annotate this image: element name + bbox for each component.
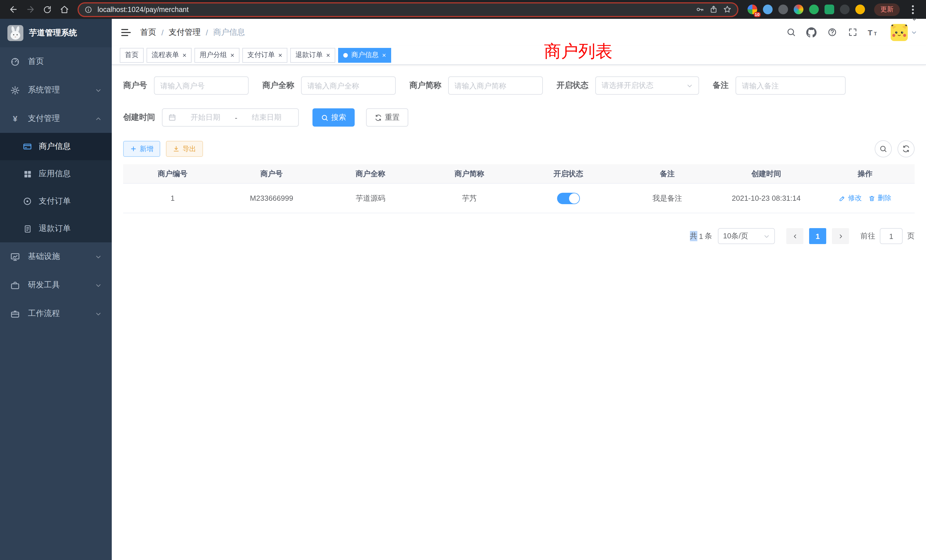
close-icon[interactable]: × (230, 51, 235, 59)
tags-bar: 首页 流程表单 × 用户分组 × 支付订单 × 退款订单 × (112, 45, 926, 65)
sidebar-item-dev-tools[interactable]: 研发工具 (0, 271, 112, 300)
browser-menu-icon[interactable] (905, 2, 920, 17)
next-page-button[interactable] (832, 228, 849, 244)
page-content: 商户号 商户全称 商户简称 (112, 65, 926, 560)
sidebar-item-label: 首页 (28, 56, 44, 67)
prev-page-button[interactable] (786, 228, 803, 244)
tag-process-form[interactable]: 流程表单 × (147, 48, 192, 62)
close-icon[interactable]: × (278, 51, 282, 59)
column-header: 商户简称 (420, 168, 519, 179)
short-name-input[interactable] (454, 81, 537, 90)
extension-icon-color-wheel[interactable] (794, 5, 803, 14)
github-icon[interactable] (803, 24, 820, 41)
tag-payment-order[interactable]: 支付订单 × (242, 48, 287, 62)
sidebar-subitem-label: 商户信息 (39, 141, 71, 152)
close-icon[interactable]: × (183, 51, 186, 59)
status-toggle[interactable] (557, 192, 580, 204)
back-icon[interactable] (6, 2, 21, 17)
url-bar[interactable]: localhost:1024/pay/merchant (77, 2, 738, 17)
status-select-placeholder: 请选择开启状态 (602, 80, 654, 91)
export-button[interactable]: 导出 (166, 141, 203, 157)
search-icon[interactable] (782, 24, 799, 41)
refresh-button[interactable] (897, 140, 915, 157)
app-logo[interactable]: 芋道管理系统 (0, 19, 112, 47)
site-info-icon[interactable] (85, 5, 92, 14)
filter-row-1: 商户号 商户全称 商户简称 (123, 76, 915, 95)
extension-area: 10 (744, 5, 869, 14)
short-name-input-wrap (448, 76, 543, 95)
help-icon[interactable] (823, 24, 840, 41)
search-button[interactable]: 搜索 (312, 108, 355, 127)
extension-icon-orange[interactable] (855, 5, 865, 14)
merchant-no-input[interactable] (160, 81, 242, 90)
goto-suffix: 页 (907, 231, 915, 241)
remark-input-wrap (735, 76, 846, 95)
delete-link[interactable]: 删除 (869, 193, 891, 203)
close-icon[interactable]: × (382, 51, 386, 59)
breadcrumb-item-current: 商户信息 (213, 27, 245, 37)
tag-merchant-info-active[interactable]: 商户信息 × (338, 48, 391, 62)
sidebar-subitem-app-info[interactable]: 应用信息 (0, 160, 112, 188)
sidebar-item-label: 支付管理 (28, 114, 60, 124)
sidebar-subitem-label: 支付订单 (39, 196, 71, 206)
page-number-button[interactable]: 1 (809, 228, 826, 244)
goto-page-input[interactable] (880, 228, 903, 244)
key-icon[interactable] (696, 5, 704, 14)
sidebar-item-system[interactable]: 系统管理 (0, 76, 112, 104)
breadcrumb: 首页 / 支付管理 / 商户信息 (140, 27, 245, 37)
chrome-overflow-caret-icon[interactable] (911, 16, 917, 22)
sidebar-item-infrastructure[interactable]: 基础设施 (0, 242, 112, 271)
sidebar-item-home[interactable]: 首页 (0, 47, 112, 76)
forward-icon[interactable] (23, 2, 38, 17)
sidebar-subitem-merchant-info[interactable]: 商户信息 (0, 133, 112, 160)
pagination-total-count: 1 (699, 232, 703, 241)
calendar-icon (168, 114, 176, 121)
bookmark-star-icon[interactable] (723, 5, 732, 14)
page-size-select[interactable]: 10条/页 (718, 228, 775, 244)
add-button-label: 新增 (140, 144, 153, 154)
delete-link-label: 删除 (878, 193, 891, 203)
breadcrumb-item[interactable]: 首页 (140, 27, 156, 37)
full-name-input[interactable] (307, 81, 389, 90)
extension-icon-green-square[interactable] (825, 5, 834, 14)
extension-icon-gray[interactable] (840, 5, 850, 14)
font-size-icon[interactable]: TT (864, 24, 882, 41)
status-select[interactable]: 请选择开启状态 (595, 76, 699, 95)
create-time-range-picker[interactable]: 开始日期 - 结束日期 (162, 108, 299, 127)
tag-refund-order[interactable]: 退款订单 × (290, 48, 335, 62)
close-icon[interactable]: × (326, 51, 330, 59)
extension-icon-dark[interactable] (778, 5, 788, 14)
sidebar-menu: 首页 系统管理 ¥ 支付管理 (0, 47, 112, 328)
breadcrumb-item[interactable]: 支付管理 (169, 27, 201, 37)
merchant-table: 商户编号 商户号 商户全称 商户简称 开启状态 备注 创建时间 操作 1 M23… (123, 164, 915, 213)
browser-update-button[interactable]: 更新 (874, 3, 900, 16)
reset-button[interactable]: 重置 (366, 108, 408, 127)
share-icon[interactable] (709, 5, 718, 14)
toggle-search-button[interactable] (875, 140, 892, 157)
chevron-down-icon (95, 310, 101, 317)
add-button[interactable]: 新增 (123, 141, 160, 157)
extension-icon-green-circle[interactable] (809, 5, 819, 14)
edit-link[interactable]: 修改 (839, 193, 862, 203)
sidebar-toggle-icon[interactable] (121, 28, 131, 37)
home-icon[interactable] (57, 2, 72, 17)
tag-label: 流程表单 (152, 50, 179, 60)
reset-button-label: 重置 (385, 112, 400, 123)
tag-home[interactable]: 首页 (120, 48, 144, 62)
fullscreen-icon[interactable] (844, 24, 861, 41)
extensions-icon[interactable]: 10 (747, 5, 757, 14)
sidebar-subitem-payment-order[interactable]: 支付订单 (0, 188, 112, 215)
short-name-label: 商户简称 (409, 80, 441, 91)
remark-input[interactable] (742, 81, 839, 90)
chevron-down-icon (764, 233, 770, 239)
sidebar-subitem-refund-order[interactable]: 退款订单 (0, 215, 112, 242)
extension-icon-drop[interactable] (763, 5, 773, 14)
sidebar-item-payment[interactable]: ¥ 支付管理 (0, 104, 112, 133)
tag-user-group[interactable]: 用户分组 × (194, 48, 239, 62)
breadcrumb-separator: / (206, 28, 208, 37)
pagination: 共 1 条 10条/页 1 (123, 228, 915, 244)
sidebar-item-workflow[interactable]: 工作流程 (0, 300, 112, 328)
filter-row-2: 创建时间 开始日期 - 结束日期 搜索 (123, 108, 915, 127)
reload-icon[interactable] (40, 2, 55, 17)
user-menu[interactable] (891, 24, 917, 41)
